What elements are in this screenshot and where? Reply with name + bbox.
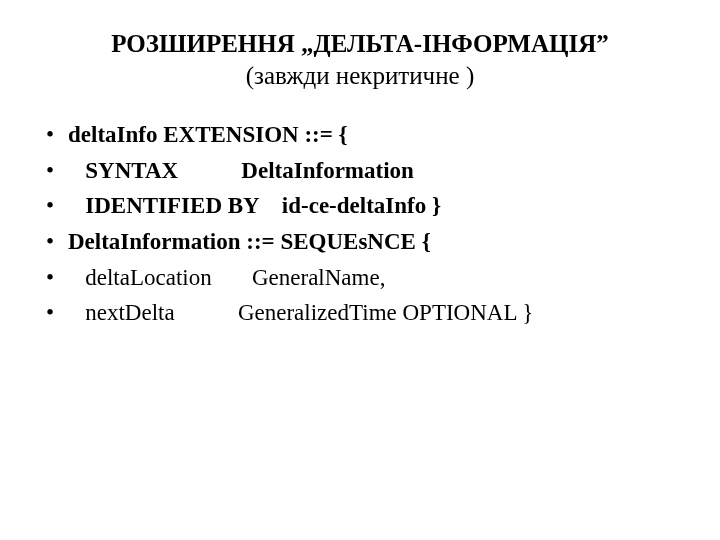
- list-item: SYNTAX DeltaInformation: [44, 153, 680, 189]
- code-line: deltaInfo EXTENSION ::= {: [68, 122, 348, 147]
- code-line: DeltaInformation ::= SEQUEsNCE {: [68, 229, 431, 254]
- title-sub: (завжди некритичне ): [40, 59, 680, 93]
- list-item: DeltaInformation ::= SEQUEsNCE {: [44, 224, 680, 260]
- list-item: deltaInfo EXTENSION ::= {: [44, 117, 680, 153]
- code-line: IDENTIFIED BY id-ce-deltaInfo }: [68, 193, 441, 218]
- slide: РОЗШИРЕННЯ „ДЕЛЬТА-ІНФОРМАЦІЯ” (завжди н…: [0, 0, 720, 540]
- list-item: nextDelta GeneralizedTime OPTIONAL }: [44, 295, 680, 331]
- code-line: SYNTAX DeltaInformation: [68, 158, 414, 183]
- code-line: deltaLocation GeneralName,: [68, 265, 385, 290]
- title-main: РОЗШИРЕННЯ „ДЕЛЬТА-ІНФОРМАЦІЯ”: [40, 28, 680, 59]
- list-item: IDENTIFIED BY id-ce-deltaInfo }: [44, 188, 680, 224]
- list-item: deltaLocation GeneralName,: [44, 260, 680, 296]
- code-line: nextDelta GeneralizedTime OPTIONAL }: [68, 300, 533, 325]
- body-list: deltaInfo EXTENSION ::= { SYNTAX DeltaIn…: [40, 117, 680, 331]
- title-block: РОЗШИРЕННЯ „ДЕЛЬТА-ІНФОРМАЦІЯ” (завжди н…: [40, 28, 680, 93]
